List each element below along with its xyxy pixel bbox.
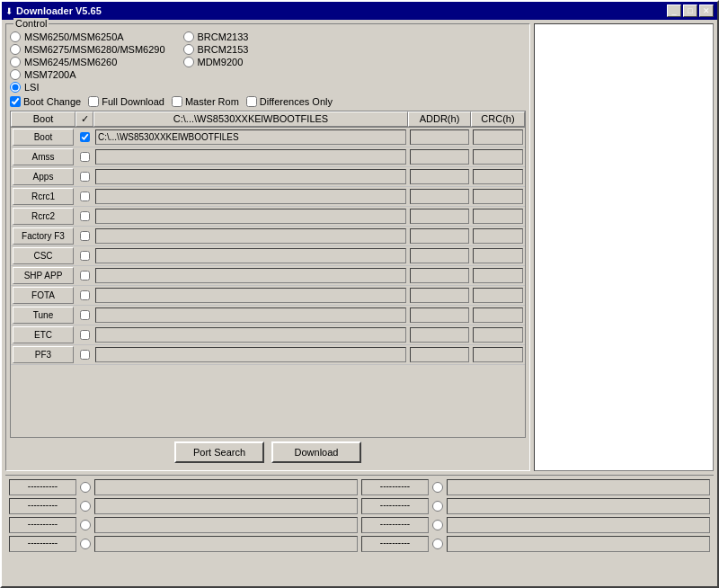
bottom-left-input-1[interactable] bbox=[94, 498, 358, 514]
row-check-2[interactable] bbox=[80, 172, 90, 182]
bottom-left-radio-3[interactable] bbox=[80, 539, 91, 549]
row-name-button-11[interactable]: PF3 bbox=[13, 346, 74, 363]
radio-msm6250[interactable] bbox=[10, 31, 21, 42]
row-addr-input-0[interactable] bbox=[410, 129, 469, 145]
row-crc-input-9[interactable] bbox=[473, 307, 523, 323]
row-addr-input-4[interactable] bbox=[410, 209, 469, 224]
radio-brcm2133[interactable] bbox=[183, 31, 194, 42]
td-name-5: Factory F3 bbox=[11, 227, 75, 245]
row-check-11[interactable] bbox=[80, 350, 90, 360]
bottom-left-radio-1[interactable] bbox=[80, 501, 91, 512]
row-path-input-5[interactable] bbox=[95, 228, 406, 244]
td-crc-5 bbox=[471, 228, 525, 244]
radio-msm6275[interactable] bbox=[10, 44, 21, 55]
row-addr-input-11[interactable] bbox=[410, 347, 469, 362]
port-search-button[interactable]: Port Search bbox=[174, 441, 264, 463]
row-addr-input-3[interactable] bbox=[410, 189, 469, 204]
row-name-button-3[interactable]: Rcrc1 bbox=[13, 188, 74, 205]
bottom-right-radio-3[interactable] bbox=[432, 539, 443, 549]
close-button[interactable]: ✕ bbox=[699, 4, 714, 17]
row-crc-input-5[interactable] bbox=[473, 228, 523, 244]
radio-msm6245[interactable] bbox=[10, 57, 21, 67]
row-path-input-7[interactable] bbox=[95, 268, 406, 283]
row-path-input-10[interactable] bbox=[95, 327, 406, 343]
radio-lsi[interactable] bbox=[10, 82, 21, 93]
bottom-left-input-3[interactable] bbox=[94, 536, 358, 552]
row-path-input-2[interactable] bbox=[95, 169, 406, 184]
row-addr-input-2[interactable] bbox=[410, 169, 469, 184]
radio-msm7200a[interactable] bbox=[10, 69, 21, 80]
full-download-checkbox[interactable] bbox=[88, 96, 99, 107]
bottom-left-input-0[interactable] bbox=[94, 479, 358, 495]
row-crc-input-11[interactable] bbox=[473, 347, 523, 362]
bottom-left-radio-2[interactable] bbox=[80, 520, 91, 530]
differences-only-label: Differences Only bbox=[246, 96, 333, 107]
row-name-button-1[interactable]: Amss bbox=[13, 148, 74, 165]
row-crc-input-6[interactable] bbox=[473, 248, 523, 263]
td-crc-6 bbox=[471, 248, 525, 263]
row-check-10[interactable] bbox=[80, 330, 90, 340]
row-path-input-3[interactable] bbox=[95, 189, 406, 204]
row-name-button-7[interactable]: SHP APP bbox=[13, 267, 74, 284]
td-name-2: Apps bbox=[11, 167, 75, 186]
boot-change-checkbox[interactable] bbox=[10, 96, 21, 107]
row-addr-input-9[interactable] bbox=[410, 307, 469, 323]
row-addr-input-10[interactable] bbox=[410, 327, 469, 343]
bottom-right-radio-2[interactable] bbox=[432, 520, 443, 530]
row-path-input-4[interactable] bbox=[95, 209, 406, 224]
row-name-button-2[interactable]: Apps bbox=[13, 168, 74, 185]
row-path-input-1[interactable] bbox=[95, 149, 406, 165]
row-check-9[interactable] bbox=[80, 310, 90, 320]
row-check-0[interactable] bbox=[80, 132, 90, 142]
row-crc-input-7[interactable] bbox=[473, 268, 523, 283]
row-check-8[interactable] bbox=[80, 290, 90, 300]
row-addr-input-5[interactable] bbox=[410, 228, 469, 244]
bottom-left-input-2[interactable] bbox=[94, 517, 358, 533]
row-crc-input-10[interactable] bbox=[473, 327, 523, 343]
row-check-7[interactable] bbox=[80, 271, 90, 281]
row-path-input-11[interactable] bbox=[95, 347, 406, 362]
bottom-right-input-3[interactable] bbox=[447, 536, 710, 552]
control-group-label: Control bbox=[13, 18, 49, 29]
row-check-4[interactable] bbox=[80, 211, 90, 221]
row-path-input-0[interactable] bbox=[95, 129, 406, 145]
row-name-button-10[interactable]: ETC bbox=[13, 326, 74, 343]
row-check-1[interactable] bbox=[80, 152, 90, 162]
bottom-right-input-2[interactable] bbox=[447, 517, 710, 533]
row-addr-input-7[interactable] bbox=[410, 268, 469, 283]
row-name-button-9[interactable]: Tune bbox=[13, 307, 74, 324]
row-check-6[interactable] bbox=[80, 251, 90, 261]
td-crc-8 bbox=[471, 288, 525, 303]
download-button[interactable]: Download bbox=[271, 441, 361, 463]
row-addr-input-6[interactable] bbox=[410, 248, 469, 263]
row-name-button-0[interactable]: Boot bbox=[13, 129, 74, 146]
row-check-3[interactable] bbox=[80, 192, 90, 201]
row-crc-input-1[interactable] bbox=[473, 149, 523, 165]
row-name-button-8[interactable]: FOTA bbox=[13, 287, 74, 304]
row-check-5[interactable] bbox=[80, 231, 90, 241]
row-crc-input-2[interactable] bbox=[473, 169, 523, 184]
row-path-input-8[interactable] bbox=[95, 288, 406, 303]
row-crc-input-0[interactable] bbox=[473, 129, 523, 145]
radio-brcm2153[interactable] bbox=[183, 44, 194, 55]
bottom-right-radio-0[interactable] bbox=[432, 482, 443, 493]
maximize-button[interactable]: □ bbox=[683, 4, 697, 17]
differences-only-checkbox[interactable] bbox=[246, 96, 257, 107]
bottom-left-radio-0[interactable] bbox=[80, 482, 91, 493]
radio-mdm9200[interactable] bbox=[183, 57, 194, 67]
row-addr-input-1[interactable] bbox=[410, 149, 469, 165]
row-path-input-6[interactable] bbox=[95, 248, 406, 263]
master-rom-checkbox[interactable] bbox=[172, 96, 182, 107]
row-crc-input-4[interactable] bbox=[473, 209, 523, 224]
row-name-button-5[interactable]: Factory F3 bbox=[13, 227, 74, 245]
row-crc-input-3[interactable] bbox=[473, 189, 523, 204]
bottom-right-input-1[interactable] bbox=[447, 498, 710, 514]
row-name-button-4[interactable]: Rcrc2 bbox=[13, 208, 74, 225]
row-name-button-6[interactable]: CSC bbox=[13, 247, 74, 264]
row-addr-input-8[interactable] bbox=[410, 288, 469, 303]
row-crc-input-8[interactable] bbox=[473, 288, 523, 303]
bottom-right-radio-1[interactable] bbox=[432, 501, 443, 512]
bottom-right-input-0[interactable] bbox=[447, 479, 710, 495]
minimize-button[interactable]: _ bbox=[667, 4, 681, 17]
row-path-input-9[interactable] bbox=[95, 307, 406, 323]
